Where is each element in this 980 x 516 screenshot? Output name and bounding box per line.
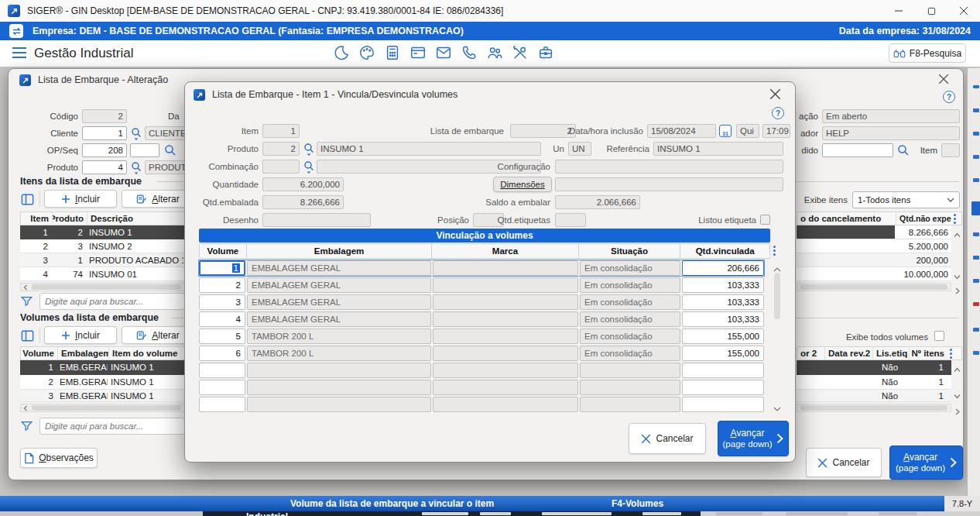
itens-row-1[interactable]: 1 2 INSUMO 1 [20,225,185,239]
pedido-field[interactable] [822,143,893,157]
itens-vscroll-down-icon[interactable] [954,269,961,283]
vinculacao-header[interactable]: Volume Embalagem Marca Situação Qtd.vinc… [199,243,770,259]
itens-col-cancelamento-fragment[interactable]: o do cancelamento [797,212,896,225]
itens-filter-icon[interactable] [20,294,33,311]
dialog-produto-search-icon[interactable] [303,143,314,159]
vinculacao-row-5[interactable]: 5 TAMBOR 200 L Em consolidação 155,000 [199,329,764,344]
dialog-advance-button[interactable]: Avançar (page down) [718,421,789,456]
itens-row-2-right[interactable]: 5.200,000 [797,239,951,253]
vinculacao-header-menu-icon[interactable] [773,246,776,256]
vinculacao-row-3[interactable]: 3 EMBALAGEM GERAL Em consolidação 103,33… [199,294,764,310]
opseq-search-icon[interactable] [164,144,176,160]
itens-table-header-right[interactable]: o do cancelamento Qtd.não expedida [797,212,962,225]
itens-hscroll-thumb-right[interactable] [800,284,947,290]
vinculacao-row-6[interactable]: 6 TAMBOR 200 L Em consolidação 155,000 [199,346,764,361]
itens-col-qtd-nao-expedida[interactable]: Qtd.não expedida [896,212,951,225]
sync-icon[interactable] [9,24,23,38]
itens-row-2[interactable]: 2 3 INSUMO 2 [20,239,185,253]
pedido-search-icon[interactable] [897,144,910,160]
volumes-col-or2-fragment[interactable]: or 2 [797,347,824,359]
calendar-icon[interactable]: 31 [719,125,732,137]
itens-row-4[interactable]: 4 74 INSUMO 01 [20,267,185,281]
volumes-table-header-right[interactable]: or 2 Data rev.2 Lis.etiq Nº itens [797,346,962,360]
volumes-header-menu-icon[interactable] [950,349,952,359]
bg-window-close-icon[interactable] [938,74,949,88]
observacoes-button[interactable]: Observações [20,448,98,468]
volumes-scroll-right-icon[interactable] [954,404,961,418]
opseq-field[interactable]: 208 [82,143,127,157]
vinculacao-row-4[interactable]: 4 EMBALAGEM GERAL Em consolidação 103,33… [199,311,764,327]
vinc-col-marca[interactable]: Marca [431,244,577,258]
itens-scroll-right-icon[interactable] [954,284,961,298]
scroll-left-icon[interactable] [22,284,29,291]
itens-table-header[interactable]: Item Produto Descrição [20,212,185,225]
vinc-col-situacao[interactable]: Situação [578,244,680,258]
volumes-col-data-rev2[interactable]: Data rev.2 [824,347,872,359]
itens-hscroll-thumb[interactable] [32,284,181,290]
briefcase-icon[interactable] [537,44,554,61]
phone-icon[interactable] [461,44,478,61]
volumes-col-volume[interactable]: Volume [21,347,57,359]
hamburger-menu-icon[interactable] [10,44,29,64]
bg-advance-button[interactable]: Avançar (page down) [889,445,963,480]
itens-vscroll-up-icon[interactable] [954,227,961,241]
volumes-row-3[interactable]: 3 EMB.GERAL INSUMO 1 [20,390,185,402]
panel-icon[interactable] [409,44,427,61]
exibe-itens-select[interactable]: 1-Todos itens [852,191,960,208]
vinc-qtd-input[interactable]: 206,666 [682,260,764,276]
calculator-icon[interactable] [384,44,401,61]
produto-field[interactable]: 4 [82,160,127,174]
volumes-col-lis-etiq[interactable]: Lis.etiq [872,347,909,359]
palette-icon[interactable] [358,44,375,61]
volumes-col-embalagem[interactable]: Embalagem [57,347,108,359]
bg-help-icon[interactable]: ? [943,91,955,103]
vinc-col-embalagem[interactable]: Embalagem [246,244,431,258]
vinc-col-qtd-vinculada[interactable]: Qtd.vinculada [680,244,769,258]
itens-row-1-right[interactable]: 8.266,666 [797,225,951,239]
dialog-cancel-button[interactable]: Cancelar [629,423,706,454]
vinculacao-empty-row[interactable] [199,380,764,395]
volumes-alterar-button[interactable]: Alterar [122,326,194,344]
volumes-filter-icon[interactable] [20,419,33,435]
itens-alterar-button[interactable]: Alterar [122,190,194,208]
minimize-icon[interactable] [882,0,915,22]
volumes-columns-icon[interactable] [20,329,35,346]
volumes-hscroll-thumb[interactable] [32,405,181,411]
vinculacao-row-2[interactable]: 2 EMBALAGEM GERAL Em consolidação 103,33… [199,277,764,293]
cliente-search-icon[interactable] [131,127,142,143]
volumes-incluir-button[interactable]: Incluir [44,326,117,344]
f8-search-button[interactable]: F8-Pesquisa [889,43,966,63]
dialog-help-icon[interactable]: ? [772,107,784,119]
itens-row-4-right[interactable]: 10.000,000 [797,267,951,281]
volumes-col-n-itens[interactable]: Nº itens [909,347,947,359]
volumes-hscrollbar-right[interactable] [797,404,951,412]
vinculacao-empty-row[interactable] [199,363,764,378]
itens-columns-icon[interactable] [20,192,35,210]
itens-col-item[interactable]: Item [21,212,52,225]
volumes-hscrollbar[interactable] [20,404,185,412]
itens-col-descricao[interactable]: Descrição [87,212,184,225]
volumes-table-header[interactable]: Volume Embalagem Item do volume [20,346,185,360]
dimensoes-button[interactable]: Dimensões [493,177,552,192]
volumes-row-2-right[interactable]: Não 1 [797,375,951,390]
dialog-close-icon[interactable] [769,88,781,103]
tools-icon[interactable] [512,44,529,61]
vinculacao-empty-row[interactable] [199,397,764,412]
cliente-field[interactable]: 1 [82,126,127,140]
produto-search-icon[interactable] [131,161,142,177]
mail-icon[interactable] [435,44,452,61]
itens-hscrollbar[interactable] [20,283,185,291]
volumes-vscroll-up-icon[interactable] [954,362,961,376]
scroll-left-icon[interactable] [22,405,29,411]
itens-row-3[interactable]: 3 1 PRODUTO ACABADO 1 [20,253,185,267]
listou-etiqueta-checkbox[interactable] [760,215,770,225]
dark-mode-moon-icon[interactable] [333,44,350,61]
volumes-vscroll-down-icon[interactable] [954,388,961,402]
volumes-row-1-right[interactable]: Não 1 [797,360,951,375]
vinc-col-volume[interactable]: Volume [200,244,246,258]
volumes-row-3-right[interactable]: Não 1 [797,390,951,402]
itens-header-menu-icon[interactable] [954,214,956,224]
users-icon[interactable] [486,44,503,61]
combinacao-search-icon[interactable] [303,160,314,177]
close-icon[interactable] [947,0,980,22]
